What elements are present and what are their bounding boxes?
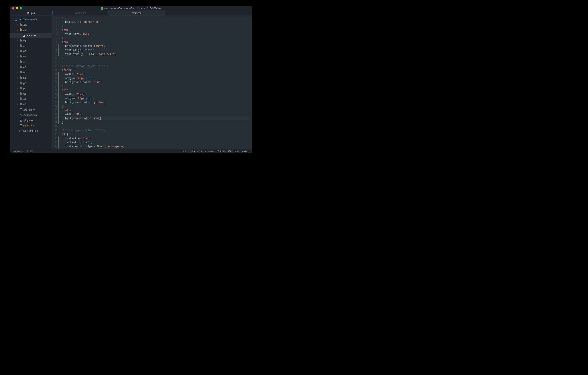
zoom-icon[interactable] <box>20 7 22 10</box>
code-line[interactable]: * { <box>62 16 250 20</box>
line-number: 30 <box>52 128 58 132</box>
code-line[interactable]: text-align: center; <box>62 48 250 52</box>
tree-item[interactable]: ›w6 <box>10 96 52 102</box>
code-line[interactable]: width: 75vw; <box>62 72 250 76</box>
close-icon[interactable] <box>12 7 14 10</box>
titlebar[interactable]: main.css — ~/Documents/Repositories/avt2… <box>10 6 252 11</box>
status-path[interactable]: css/main.css <box>12 150 24 153</box>
tree-item[interactable]: ⌄avt217-fa20-tues <box>10 17 52 22</box>
tree-item[interactable]: ›.git <box>10 22 52 27</box>
tree-item[interactable]: ⌄css <box>10 27 52 33</box>
code-line[interactable]: text-align: left; <box>62 141 250 144</box>
tree-item[interactable]: .gitignore <box>10 118 52 123</box>
line-number: 22 <box>52 96 58 100</box>
code-line[interactable]: h1 { <box>62 132 250 136</box>
chevron-right-icon: › <box>17 82 18 84</box>
code-line[interactable]: main { <box>62 88 250 92</box>
code-line[interactable]: font-family: 'Lato', sans-serif; <box>62 52 250 56</box>
code-line[interactable]: width: 75vw; <box>62 92 250 96</box>
code-line[interactable]: .col { <box>62 108 250 112</box>
code-line[interactable] <box>62 124 250 128</box>
tree-item[interactable]: ›p2 <box>10 80 52 86</box>
svg-point-0 <box>205 150 205 151</box>
tree-item[interactable]: .gitattributes <box>10 112 52 118</box>
line-number: 23 <box>52 100 58 104</box>
code-line[interactable]: } <box>62 84 250 88</box>
code-line[interactable]: background-color: tomato; <box>62 44 250 48</box>
code-line[interactable]: } <box>62 36 250 40</box>
folder-icon <box>20 98 22 100</box>
tree-item[interactable]: ›e9 <box>10 70 52 75</box>
code-line[interactable]: body { <box>62 40 250 44</box>
minimize-icon[interactable] <box>16 7 18 10</box>
code-line[interactable] <box>62 60 250 64</box>
tree-item[interactable]: ›e3 <box>10 49 52 54</box>
tree-item[interactable]: ›e2 <box>10 43 52 49</box>
line-number: 3 <box>52 20 58 24</box>
code-line[interactable]: header { <box>62 68 250 72</box>
code-line[interactable]: background-color: yellow; <box>62 100 250 104</box>
status-cursor[interactable]: 27:25 <box>27 150 32 153</box>
status-grammar[interactable]: CSS <box>197 150 202 153</box>
tree-item[interactable]: ›pt <box>10 86 52 91</box>
folder-icon <box>20 23 22 26</box>
line-number: 34 <box>52 144 58 148</box>
status-line-ending[interactable]: LF <box>183 150 186 153</box>
tree-item-label: p2 <box>23 82 26 85</box>
code-line[interactable]: } <box>62 120 250 124</box>
code-line[interactable]: /****** layout styles ******/ <box>62 64 250 68</box>
tab[interactable]: index.html <box>52 11 109 16</box>
status-git[interactable]: Git (2) <box>241 150 250 153</box>
folder-open-icon <box>20 29 22 31</box>
tree-item[interactable]: ›p1 <box>10 75 52 80</box>
code-line[interactable]: font-family: 'Space Mono', monospace; <box>62 144 250 148</box>
tab[interactable]: main.css <box>109 11 165 16</box>
tree-item[interactable]: ›e1 <box>10 38 52 43</box>
file-tree[interactable]: ⌄avt217-fa20-tues›.git⌄cssmain.css›e1›e2… <box>10 16 52 149</box>
tree-item[interactable]: index.html <box>10 123 52 128</box>
tree-item[interactable]: main.css <box>10 33 52 38</box>
tree-item-label: .DS_Store <box>23 108 35 111</box>
tree-item[interactable]: ›w7 <box>10 102 52 107</box>
traffic-lights <box>12 7 22 10</box>
text-editor[interactable]: 2345678910111213141516171819202122232425… <box>52 16 252 149</box>
code-line[interactable]: } <box>62 56 250 60</box>
vertical-scrollbar[interactable] <box>250 16 252 149</box>
code-line[interactable]: margin: 25px auto; <box>62 76 250 80</box>
tab-bar[interactable]: index.htmlmain.css <box>52 11 252 16</box>
file-icon <box>20 119 22 121</box>
code-line[interactable]: html { <box>62 28 250 32</box>
tree-item-label: css <box>23 29 27 32</box>
tree-item[interactable]: ›e4 <box>10 54 52 59</box>
file-type-icon <box>101 7 103 10</box>
code-line[interactable]: width: 50%; <box>62 112 250 116</box>
code-line[interactable]: } <box>62 104 250 108</box>
code-line[interactable]: background-color: blue; <box>62 80 250 84</box>
line-number: 21 <box>52 92 58 96</box>
status-encoding[interactable]: UTF-8 <box>189 150 195 153</box>
code-line[interactable]: } <box>62 24 250 28</box>
folder-icon <box>20 82 22 84</box>
code-line[interactable]: box-sizing: border-box; <box>62 20 250 24</box>
status-branch[interactable]: master <box>204 150 214 153</box>
tree-item-label: pt <box>23 87 25 90</box>
code-content[interactable]: * { box-sizing: border-box;}html { font-… <box>59 16 250 149</box>
tree-item[interactable]: README.md <box>10 128 52 133</box>
line-number: 18 <box>52 80 58 84</box>
tree-item[interactable]: ›e5 <box>10 59 52 65</box>
folder-icon <box>20 77 22 79</box>
tree-item[interactable]: .DS_Store <box>10 107 52 112</box>
code-line[interactable]: margin: 25px auto; <box>62 96 250 100</box>
cursor <box>100 117 101 120</box>
code-line[interactable]: font-size: 16px; <box>62 32 250 36</box>
status-github[interactable]: GitHub <box>228 150 239 153</box>
code-line[interactable]: /****** type styles ******/ <box>62 128 250 132</box>
tree-item[interactable]: ›e6 <box>10 65 52 70</box>
line-number: 11 <box>52 52 58 56</box>
code-line[interactable]: background-color: red; <box>62 116 250 120</box>
code-line[interactable]: font-size: 4rem; <box>62 136 250 141</box>
tree-item[interactable]: ›w5 <box>10 91 52 96</box>
chevron-right-icon: › <box>17 98 18 100</box>
status-fetch[interactable]: Fetch <box>217 150 226 153</box>
line-number: 8 <box>52 40 58 44</box>
